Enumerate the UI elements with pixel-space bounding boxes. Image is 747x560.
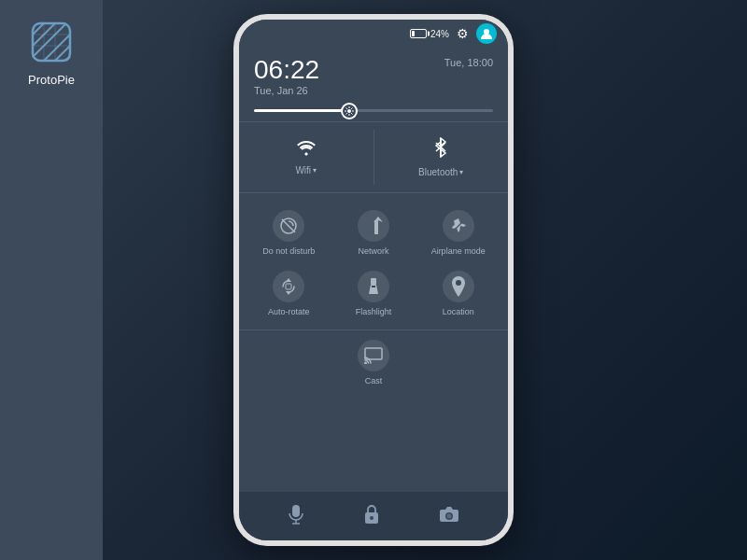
location-icon <box>443 271 474 302</box>
divider-toggles <box>239 192 508 193</box>
svg-rect-25 <box>370 224 374 234</box>
cast-row: Cast <box>239 334 508 399</box>
auto-rotate-icon <box>273 271 304 302</box>
brightness-section <box>239 104 508 118</box>
profile-avatar[interactable] <box>476 23 497 44</box>
tile-cast[interactable]: Cast <box>320 334 427 391</box>
cast-label: Cast <box>365 376 383 385</box>
do-not-disturb-label: Do not disturb <box>262 246 315 256</box>
auto-rotate-label: Auto-rotate <box>268 307 310 316</box>
svg-line-17 <box>346 107 347 108</box>
svg-rect-26 <box>374 220 378 234</box>
svg-line-20 <box>346 113 347 114</box>
brightness-thumb-inner <box>343 105 356 118</box>
divider-tiles <box>239 329 508 330</box>
location-label: Location <box>443 307 474 316</box>
brightness-fill <box>254 109 349 112</box>
current-time: 06:22 <box>254 57 319 83</box>
flashlight-label: Flashlight <box>356 307 392 316</box>
network-icon <box>358 210 389 242</box>
sidebar: ProtoPie <box>0 0 103 560</box>
network-label: Network <box>358 246 388 256</box>
cast-icon <box>358 340 389 371</box>
time-display: 06:22 Tue, Jan 26 <box>254 57 319 96</box>
svg-marker-30 <box>286 291 291 295</box>
settings-icon[interactable]: ⚙ <box>457 26 469 41</box>
wifi-toggle[interactable]: Wifi ▾ <box>239 130 374 185</box>
navigation-bar <box>239 492 508 540</box>
nav-mic-icon[interactable] <box>288 504 304 529</box>
quick-tiles-grid: Do not disturb Network <box>239 197 508 326</box>
bluetooth-chevron: ▾ <box>459 168 463 176</box>
airplane-mode-label: Airplane mode <box>431 246 486 256</box>
svg-rect-34 <box>372 286 375 287</box>
brightness-thumb[interactable] <box>341 103 358 119</box>
protopie-logo-icon <box>28 19 75 65</box>
svg-point-42 <box>370 516 374 520</box>
svg-line-4 <box>44 35 70 61</box>
battery-info: 24% <box>410 29 449 39</box>
wifi-chevron: ▾ <box>313 166 317 175</box>
phone-frame: 24% ⚙ 06:22 Tue, Jan 26 Tue, 18:00 <box>233 14 514 546</box>
battery-fill <box>412 31 416 36</box>
bluetooth-toggle[interactable]: Bluetooth ▾ <box>374 130 509 185</box>
wifi-svg-icon <box>295 137 317 156</box>
svg-rect-24 <box>365 228 369 234</box>
brightness-sun-icon <box>345 106 354 116</box>
svg-point-37 <box>364 362 367 365</box>
alarm-time: Tue, 18:00 <box>444 57 493 68</box>
svg-line-18 <box>351 113 352 114</box>
logo-text: ProtoPie <box>28 73 75 87</box>
svg-line-19 <box>351 107 352 108</box>
time-section: 06:22 Tue, Jan 26 Tue, 18:00 <box>239 48 508 104</box>
tile-auto-rotate[interactable]: Auto-rotate <box>247 261 331 322</box>
bluetooth-icon <box>433 137 448 163</box>
svg-point-12 <box>347 109 351 113</box>
bluetooth-label: Bluetooth ▾ <box>418 167 463 177</box>
divider-brightness <box>239 121 508 122</box>
svg-marker-29 <box>286 278 291 282</box>
svg-rect-32 <box>371 278 376 285</box>
current-date: Tue, Jan 26 <box>254 85 319 96</box>
svg-point-45 <box>447 513 452 518</box>
airplane-mode-icon <box>443 210 474 242</box>
tile-flashlight[interactable]: Flashlight <box>331 261 416 322</box>
brightness-slider[interactable] <box>254 109 493 112</box>
nav-lock-icon[interactable] <box>363 504 380 529</box>
battery-icon <box>410 29 427 38</box>
nav-camera-icon[interactable] <box>439 506 459 527</box>
status-bar: 24% ⚙ <box>239 20 508 48</box>
tile-network[interactable]: Network <box>331 201 416 261</box>
svg-point-35 <box>456 280 461 286</box>
logo-container: ProtoPie <box>28 19 75 87</box>
svg-rect-38 <box>292 505 300 517</box>
wifi-label: Wifi ▾ <box>295 165 317 175</box>
svg-rect-31 <box>286 284 291 289</box>
bluetooth-svg-icon <box>433 137 448 158</box>
notification-panel: 06:22 Tue, Jan 26 Tue, 18:00 <box>239 48 508 492</box>
tile-do-not-disturb[interactable]: Do not disturb <box>247 201 331 261</box>
battery-percent: 24% <box>430 29 449 39</box>
wifi-icon <box>295 137 317 161</box>
flashlight-icon <box>358 271 389 302</box>
tile-airplane-mode[interactable]: Airplane mode <box>416 201 500 261</box>
phone-screen: 24% ⚙ 06:22 Tue, Jan 26 Tue, 18:00 <box>239 20 508 540</box>
toggle-row: Wifi ▾ Bluetooth ▾ <box>239 126 508 189</box>
do-not-disturb-icon <box>273 210 304 242</box>
tile-location[interactable]: Location <box>416 261 500 322</box>
svg-line-6 <box>66 57 70 61</box>
